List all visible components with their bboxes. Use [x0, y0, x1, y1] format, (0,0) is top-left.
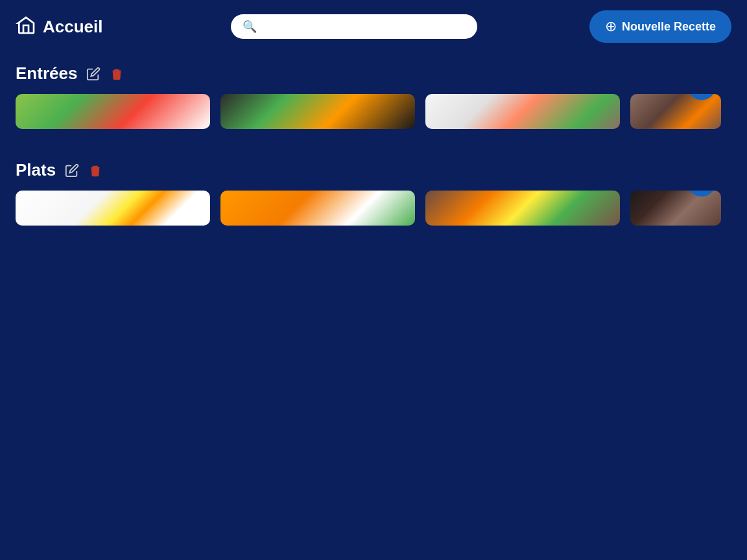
- search-bar: 🔍: [132, 14, 576, 39]
- card-image-soupe-potimarron: [220, 191, 415, 226]
- card-sushi[interactable]: Sushi: [425, 94, 620, 129]
- section-title-plats: Plats: [16, 160, 56, 180]
- section-header-plats: Plats: [16, 160, 731, 180]
- search-wrapper[interactable]: 🔍: [231, 14, 477, 39]
- new-recipe-label: Nouvelle Recette: [622, 20, 716, 34]
- card-image-sushi: [425, 94, 620, 129]
- card-image-salade-healthy: [220, 94, 415, 129]
- section-title-entrees: Entrées: [16, 64, 77, 84]
- app-title: Accueil: [43, 17, 103, 37]
- edit-entrees-icon[interactable]: [86, 67, 101, 81]
- delete-entrees-icon[interactable]: [110, 67, 124, 81]
- entrees-cards-row: Salade de pâtes Salade Healthy Sushi Toa…: [16, 94, 731, 129]
- card-toast-oeuf[interactable]: Toast et oeuf: [16, 191, 210, 226]
- plats-cards-row-wrapper: Toast et oeuf Soupe de potimarron à la c…: [16, 191, 731, 226]
- plus-circle-icon: ⊕: [605, 18, 617, 35]
- new-recipe-button[interactable]: ⊕ Nouvelle Recette: [589, 10, 731, 43]
- section-plats: Plats Toast et oeuf Soupe de potimarron …: [0, 150, 747, 226]
- card-salade-healthy[interactable]: Salade Healthy: [220, 94, 415, 129]
- section-entrees: Entrées Salade de pâtes Salade Healthy S…: [0, 53, 747, 129]
- card-soupe-potimarron[interactable]: Soupe de potimarron à la crème: [220, 191, 415, 226]
- search-input[interactable]: [263, 21, 466, 32]
- card-salade-pates[interactable]: Salade de pâtes: [16, 94, 210, 129]
- card-image-toast-oeuf: [16, 191, 210, 226]
- header: Accueil 🔍 ⊕ Nouvelle Recette: [0, 0, 747, 53]
- card-ramen[interactable]: Ramen: [425, 191, 620, 226]
- entrees-cards-row-wrapper: Salade de pâtes Salade Healthy Sushi Toa…: [16, 94, 731, 129]
- edit-plats-icon[interactable]: [65, 163, 79, 178]
- logo-area: Accueil: [16, 15, 119, 38]
- delete-plats-icon[interactable]: [88, 163, 102, 178]
- home-icon: [16, 15, 36, 38]
- card-ameri-partial[interactable]: Ameri: [630, 191, 721, 226]
- plats-cards-row: Toast et oeuf Soupe de potimarron à la c…: [16, 191, 731, 226]
- card-image-toast-partial: [630, 94, 721, 129]
- card-image-salade-pates: [16, 94, 210, 129]
- card-toast-partial[interactable]: Toast: [630, 94, 721, 129]
- card-image-ameri-partial: [630, 191, 721, 226]
- search-icon: 🔍: [243, 19, 257, 34]
- section-header-entrees: Entrées: [16, 64, 731, 84]
- card-image-ramen: [425, 191, 620, 226]
